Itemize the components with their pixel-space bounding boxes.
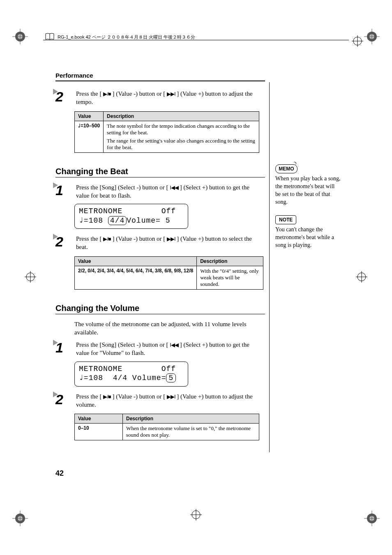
text: Press the [ [76,235,103,242]
volume-value-table: Value Description 0–10 When the metronom… [74,414,259,440]
crop-mark-br [364,511,380,526]
text: ] (Value -) button or [ [111,393,167,400]
text: The note symbol for the tempo indication… [107,123,256,136]
section-underline [55,177,265,177]
note-block: NOTE You can't change the metronome's be… [275,215,341,249]
table-cell-desc: The note symbol for the tempo indication… [104,121,259,152]
section-heading-volume: Changing the Volume [55,304,265,313]
table-cell-value: 2/2, 0/4, 2/4, 3/4, 4/4, 5/4, 6/4, 7/4, … [75,266,197,289]
table-header: Value [75,256,197,266]
play-stop-icon: ▶/■ [103,91,111,97]
fast-forward-icon: ▶▶I [167,394,175,400]
step-instruction: Press the [Song] (Select -) button or [ … [76,183,261,200]
section-heading-beat: Changing the Beat [55,167,265,176]
memo-text: When you play back a song, the metronome… [275,175,341,206]
section-intro-text: The volume of the metronome can be adjus… [74,320,265,337]
note-text: You can't change the metronome's beat wh… [275,226,341,249]
lcd-display-beat: METRONOME Off ♩=108 4/4Volume= 5 [74,204,188,229]
reg-mark-bottom [190,509,202,522]
crop-mark-bl [12,511,28,526]
section-title-rule [55,81,265,81]
fast-forward-icon: ▶▶I [167,236,175,242]
note-icon: NOTE [275,215,296,224]
text: ♩=108 [79,216,108,225]
crop-mark-tr [364,29,380,44]
section-underline [55,314,265,314]
fast-forward-icon: ▶▶I [167,91,175,97]
play-stop-icon: ▶/■ [103,394,111,400]
print-header-text: RG-1_e.book 42 ページ ２００８年４月８日 火曜日 午後２時３６分 [58,34,195,40]
reg-mark-right [356,271,367,284]
value-range: =10–500 [81,123,100,129]
tempo-value-table: Value Description ♩=10–500 The note symb… [74,111,259,153]
text: ♩=108 4/4 Volume= [79,374,166,382]
column-divider [269,82,270,452]
page-number: 42 [55,469,64,478]
crop-mark-tl [12,29,28,44]
table-cell-value: 0–10 [75,424,123,440]
text: The range for the setting's value also c… [107,138,256,151]
step-instruction: Press the [ ▶/■ ] (Value -) button or [ … [76,90,261,106]
book-icon [45,33,54,42]
step-instruction: Press the [ ▶/■ ] (Value -) button or [ … [76,235,261,251]
play-stop-icon: ▶/■ [103,236,111,242]
table-cell-value: ♩=10–500 [75,121,104,152]
step-instruction: Press the [ ▶/■ ] (Value -) button or [ … [76,392,261,409]
beat-value-table: Value Description 2/2, 0/4, 2/4, 3/4, 4/… [74,256,263,290]
table-cell-desc: When the metronome volume is set to "0,"… [123,424,259,440]
table-header: Description [123,414,259,424]
rewind-icon: I◀◀ [170,184,178,191]
reg-mark-top-right [352,35,363,48]
memo-icon: MEMO [275,164,297,173]
lcd-display-volume: METRONOME Off ♩=108 4/4 Volume=5 [74,362,188,387]
table-cell-desc: With the "0/4" setting, only weak beats … [197,266,263,289]
text: ] (Value -) button or [ [111,235,167,242]
lcd-row: METRONOME Off [79,207,184,216]
reg-mark-left [25,271,36,284]
lcd-highlighted-value: 5 [166,373,176,382]
table-header: Value [75,111,104,121]
step-number: 1 [55,183,74,197]
step-number: 2 [55,392,74,406]
step-number: 2 [55,235,74,249]
text: Press the [Song] (Select -) button or [ [76,341,170,348]
table-header: Description [197,256,263,266]
header-divider [43,40,349,40]
lcd-row: ♩=108 4/4Volume= 5 [79,216,184,226]
lcd-row: METRONOME Off [79,364,184,374]
text: Press the [Song] (Select -) button or [ [76,184,170,191]
text: ] (Value -) button or [ [111,90,167,97]
page-section-title: Performance [55,72,265,79]
rewind-icon: I◀◀ [170,342,178,348]
text: Volume= 5 [127,216,170,225]
step-number: 1 [55,341,74,355]
text: Press the [ [76,90,103,97]
step-instruction: Press the [Song] (Select -) button or [ … [76,341,261,357]
lcd-row: ♩=108 4/4 Volume=5 [79,373,184,383]
table-header: Description [104,111,259,121]
lcd-highlighted-value: 4/4 [108,216,127,225]
text: Press the [ [76,393,103,400]
table-header: Value [75,414,123,424]
step-number: 2 [55,90,74,104]
memo-block: MEMO When you play back a song, the metr… [275,164,341,206]
